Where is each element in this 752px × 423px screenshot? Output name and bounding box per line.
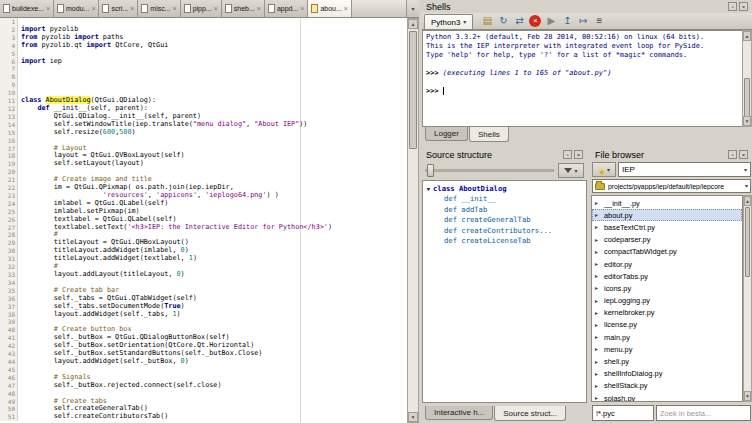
file-row[interactable]: iepLogging.py [592, 295, 742, 307]
tab-close-icon[interactable] [214, 5, 218, 12]
shell-options-icon[interactable]: ▤ [481, 15, 493, 27]
tab-close-icon[interactable] [344, 5, 348, 12]
editor-tab[interactable]: modu... [54, 0, 99, 17]
step-up-icon[interactable]: ↥ [561, 15, 573, 27]
file-row[interactable]: menu.py [592, 343, 742, 355]
clear-screen-icon[interactable]: ⇄ [513, 15, 525, 27]
dock-tab-shells[interactable]: Shells [469, 127, 509, 142]
scroll-down-icon[interactable] [408, 412, 418, 422]
expand-icon[interactable] [595, 200, 601, 206]
dock-tab-interactiveh[interactable]: Interactive h... [425, 406, 493, 420]
editor-scrollbar[interactable] [407, 18, 419, 423]
structure-item-def[interactable]: def createGeneralTab [424, 215, 585, 226]
scroll-up-icon[interactable] [408, 19, 418, 29]
editor-tab[interactable]: appd... [265, 0, 309, 17]
search-files-input[interactable] [656, 405, 751, 421]
scroll-up-icon[interactable] [743, 31, 751, 41]
file-row[interactable]: baseTextCtrl.py [592, 221, 742, 233]
file-row[interactable]: editor.py [592, 258, 742, 270]
shell-output[interactable]: Python 3.3.2+ (default, Feb 28 2014, 00:… [422, 30, 742, 127]
shell-menu-icon[interactable]: ≡ [593, 15, 605, 27]
filename-filter-input[interactable] [592, 405, 654, 421]
tab-list-button[interactable] [406, 0, 419, 17]
expand-icon[interactable] [595, 383, 601, 389]
expand-icon[interactable] [595, 346, 601, 352]
dock-tab-logger[interactable]: Logger [425, 127, 468, 141]
shell-scrollbar[interactable] [742, 30, 752, 127]
dock-tab-sourcestruct[interactable]: Source struct... [494, 406, 566, 421]
file-row[interactable]: icons.py [592, 282, 742, 294]
structure-item-class[interactable]: class AboutDialog [424, 183, 585, 194]
file-row[interactable]: kernelbroker.py [592, 307, 742, 319]
scroll-up-icon[interactable] [744, 196, 751, 206]
expand-icon[interactable] [595, 359, 601, 365]
tab-close-icon[interactable] [46, 5, 50, 12]
path-combobox[interactable]: projects/pyapps/iep/default/iep/iepcore [592, 179, 751, 193]
expand-icon[interactable] [595, 371, 601, 377]
editor-tab[interactable]: sheb... [222, 0, 265, 17]
expand-icon[interactable] [595, 249, 601, 255]
scrollbar-thumb[interactable] [744, 78, 750, 118]
file-row[interactable]: compactTabWidget.py [592, 246, 742, 258]
expand-icon[interactable] [595, 285, 601, 291]
expand-icon[interactable] [595, 395, 601, 401]
expand-icon[interactable] [595, 212, 601, 218]
tab-close-icon[interactable] [130, 5, 134, 12]
tab-close-icon[interactable] [173, 5, 177, 12]
float-icon[interactable] [728, 150, 737, 159]
expand-icon[interactable] [595, 261, 601, 267]
expand-icon[interactable] [595, 334, 601, 340]
close-icon[interactable] [574, 150, 583, 159]
tab-close-icon[interactable] [300, 5, 304, 12]
file-row[interactable]: main.py [592, 331, 742, 343]
structure-item-def[interactable]: def createContributors... [424, 225, 585, 236]
source-structure-tree[interactable]: class AboutDialogdef __init__def addTabd… [422, 180, 587, 403]
float-icon[interactable] [563, 150, 572, 159]
project-selector[interactable]: IEP [618, 162, 751, 177]
shell-tab-python3[interactable]: Python3 [424, 14, 473, 29]
depth-slider[interactable] [425, 164, 554, 177]
float-icon[interactable] [728, 2, 737, 11]
tab-close-icon[interactable] [257, 5, 261, 12]
structure-item-def[interactable]: def createLicenseTab [424, 236, 585, 247]
tab-close-icon[interactable] [91, 5, 95, 12]
expand-icon[interactable] [595, 322, 601, 328]
file-row[interactable]: __init__.py [592, 197, 742, 209]
file-row[interactable]: codeparser.py [592, 234, 742, 246]
collapse-icon[interactable] [424, 184, 433, 193]
close-icon[interactable] [739, 2, 748, 11]
structure-item-def[interactable]: def addTab [424, 204, 585, 215]
editor-tab[interactable]: abou... [308, 0, 352, 17]
expand-icon[interactable] [595, 224, 601, 230]
code-editor[interactable]: 12import pyzolib3from pyzolib import pat… [0, 18, 407, 423]
scrollbar-thumb[interactable] [745, 207, 750, 277]
structure-filter-button[interactable] [558, 163, 584, 178]
editor-tab[interactable]: buildexe... [0, 0, 54, 17]
bookmarks-button[interactable] [592, 162, 616, 177]
file-row[interactable]: splash.py [592, 392, 742, 402]
scrollbar-thumb[interactable] [409, 31, 417, 149]
file-row[interactable]: shellStack.py [592, 380, 742, 392]
terminate-shell-icon[interactable]: × [529, 15, 541, 27]
editor-tab[interactable]: scri... [99, 0, 138, 17]
file-row[interactable]: about.py [592, 209, 742, 221]
scroll-down-icon[interactable] [743, 116, 751, 126]
file-list[interactable]: __init__.pyabout.pybaseTextCtrl.pycodepa… [591, 195, 743, 402]
file-row[interactable]: editorTabs.py [592, 270, 742, 282]
structure-item-def[interactable]: def __init__ [424, 194, 585, 205]
expand-icon[interactable] [595, 298, 601, 304]
scroll-down-icon[interactable] [744, 391, 751, 401]
file-row[interactable]: license.py [592, 319, 742, 331]
file-row[interactable]: shellInfoDialog.py [592, 368, 742, 380]
editor-tab[interactable]: misc... [138, 0, 180, 17]
expand-icon[interactable] [595, 310, 601, 316]
run-icon[interactable]: ▶ [545, 15, 557, 27]
restart-shell-icon[interactable]: ↻ [497, 15, 509, 27]
expand-icon[interactable] [595, 237, 601, 243]
file-list-scrollbar[interactable] [743, 195, 752, 402]
step-over-icon[interactable]: ↦ [577, 15, 589, 27]
expand-icon[interactable] [595, 273, 601, 279]
editor-tab[interactable]: pipp... [181, 0, 222, 17]
file-row[interactable]: shell.py [592, 355, 742, 367]
close-icon[interactable] [739, 150, 748, 159]
